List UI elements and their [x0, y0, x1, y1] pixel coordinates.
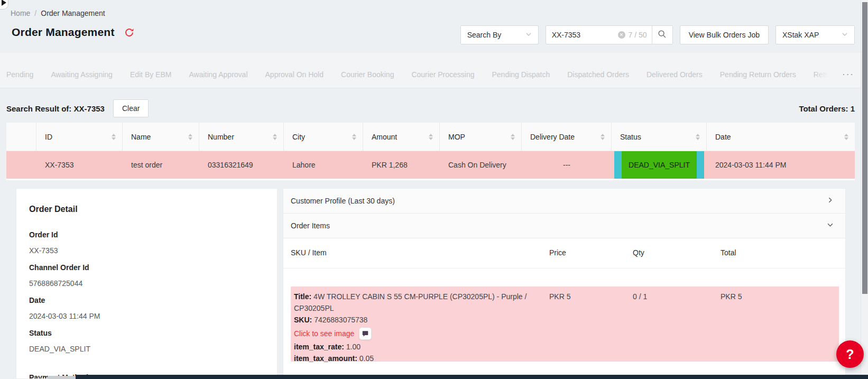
search-by-label: Search By — [467, 31, 502, 39]
breadcrumb-current: Order Management — [41, 9, 105, 17]
chevron-down-icon — [827, 221, 834, 230]
workspace-select[interactable]: XStak XAP — [775, 25, 855, 44]
scrollbar-thumb[interactable] — [862, 2, 867, 294]
sort-icon[interactable] — [112, 134, 117, 140]
tab-pending-return-orders[interactable]: Pending Return Orders — [720, 70, 796, 79]
item-qty: 0 / 1 — [633, 291, 647, 302]
chevron-right-icon — [827, 197, 834, 205]
workspace-label: XStak XAP — [782, 31, 819, 39]
field-label-channel-order-id: Channel Order Id — [29, 262, 264, 273]
search-by-select[interactable]: Search By — [460, 25, 539, 44]
items-col-price: Price — [549, 248, 566, 257]
search-result-bar: Search Result of: XX-7353 Clear Total Or… — [6, 98, 855, 118]
items-col-qty: Qty — [633, 248, 644, 257]
clear-search-button[interactable]: Clear — [113, 99, 149, 117]
search-input-box: ✕ 7 / 50 — [546, 25, 652, 44]
sort-icon[interactable] — [273, 134, 278, 140]
status-badge: DEAD_VIA_SPLIT — [614, 151, 704, 179]
items-col-sku: SKU / Item — [291, 248, 327, 257]
tab-awaiting-approval[interactable]: Awaiting Approval — [189, 70, 247, 79]
tab-courier-booking[interactable]: Courier Booking — [341, 70, 394, 79]
order-management-page: Home/Order Management Order Management S… — [0, 0, 868, 379]
item-title: Title: 4W TROLLEY CABIN S 55 CM-PURPLE (… — [294, 291, 533, 314]
row-cell-name: test order — [123, 151, 199, 179]
drawer-handle[interactable] — [0, 0, 8, 10]
header-cell-status[interactable]: Status — [612, 123, 707, 151]
breadcrumb-home[interactable]: Home — [11, 9, 30, 17]
tab-approval-on-hold[interactable]: Approval On Hold — [265, 70, 324, 79]
tab-returned-orders[interactable]: Returned Orders — [814, 70, 828, 79]
order-items-title: Order Items — [291, 221, 330, 230]
header-cell-city[interactable]: City — [284, 123, 363, 151]
tab-edit-by-ebm[interactable]: Edit By EBM — [130, 70, 172, 79]
search-icon — [658, 30, 667, 40]
chevron-down-icon — [525, 31, 532, 39]
char-counter: 7 / 50 — [629, 31, 647, 39]
chevron-down-icon — [842, 31, 848, 39]
header-cell-number[interactable]: Number — [199, 123, 284, 151]
order-row[interactable]: XX-7353 test order 03316321649 Lahore PK… — [6, 151, 855, 179]
item-tax-amount: item_tax_amount: 0.05 — [294, 353, 839, 364]
tab-pending-dispatch[interactable]: Pending Dispatch — [492, 70, 550, 79]
row-cell-empty — [6, 151, 36, 179]
total-orders-count: Total Orders: 1 — [799, 104, 855, 113]
sort-icon[interactable] — [601, 134, 606, 140]
field-value-status: DEAD_VIA_SPLIT — [29, 343, 264, 355]
tab-delivered-orders[interactable]: Delivered Orders — [647, 70, 703, 79]
sort-icon[interactable] — [352, 134, 357, 140]
bottom-bar-gray-segment — [48, 376, 76, 379]
order-items-table-header: SKU / Item Price Qty Total — [283, 238, 845, 269]
tab-awaiting-assigning[interactable]: Awaiting Assigning — [51, 70, 112, 79]
tab-pending[interactable]: Pending — [6, 70, 33, 79]
status-tabs-bar: Pending Awaiting Assigning Edit By EBM A… — [0, 53, 861, 88]
sort-icon[interactable] — [429, 134, 434, 140]
header-cell-name[interactable]: Name — [123, 123, 199, 151]
orders-table-header: ID Name Number City Amount MOP — [6, 123, 855, 151]
header-cell-date[interactable]: Date — [707, 123, 855, 151]
sort-icon[interactable] — [844, 134, 849, 140]
sort-icon[interactable] — [696, 134, 701, 140]
field-value-channel-order-id: 5768868725044 — [29, 278, 264, 289]
field-value-order-id: XX-7353 — [29, 245, 264, 256]
customer-profile-section[interactable]: Customer Profile (Last 30 days) — [283, 189, 845, 214]
vertical-scrollbar[interactable] — [861, 0, 868, 379]
order-items-section[interactable]: Order Items — [283, 214, 845, 238]
header-cell-id[interactable]: ID — [36, 123, 123, 151]
item-image-row: Click to see image — [294, 327, 839, 340]
tab-dispatched-orders[interactable]: Dispatched Orders — [567, 70, 629, 79]
field-value-date: 2024-03-03 11:44 PM — [29, 310, 264, 322]
breadcrumb-separator: / — [34, 9, 36, 17]
expand-arrow-icon — [2, 0, 7, 8]
item-total: PKR 5 — [721, 291, 742, 302]
help-button[interactable]: ? — [836, 340, 864, 368]
row-cell-date: 2024-03-03 11:44 PM — [707, 151, 855, 179]
sort-icon[interactable] — [511, 134, 516, 140]
order-item-row: Title: 4W TROLLEY CABIN S 55 CM-PURPLE (… — [291, 286, 839, 362]
page-header: Order Management — [12, 26, 134, 39]
tab-courier-processing[interactable]: Courier Processing — [411, 70, 474, 79]
row-cell-mop: Cash On Delivery — [440, 151, 522, 179]
row-cell-number: 03316321649 — [199, 151, 284, 179]
bottom-bar — [76, 375, 868, 379]
click-to-see-image-link[interactable]: Click to see image — [294, 329, 354, 338]
refresh-icon[interactable] — [124, 27, 134, 38]
row-cell-id: XX-7353 — [36, 151, 123, 179]
order-detail-title: Order Detail — [29, 204, 264, 215]
header-cell-amount[interactable]: Amount — [363, 123, 440, 151]
search-result-label: Search Result of: XX-7353 — [6, 104, 105, 113]
search-button[interactable] — [652, 25, 673, 44]
row-cell-status: DEAD_VIA_SPLIT — [612, 151, 707, 179]
row-cell-amount: PKR 1,268 — [363, 151, 440, 179]
header-cell-delivery-date[interactable]: Delivery Date — [522, 123, 612, 151]
comment-icon[interactable] — [359, 327, 372, 340]
header-cell-empty — [6, 123, 36, 151]
clear-input-icon[interactable]: ✕ — [618, 31, 625, 39]
view-bulk-orders-button[interactable]: View Bulk Orders Job — [680, 25, 769, 44]
row-cell-delivery-date: --- — [522, 151, 612, 179]
item-tax-rate: item_tax_rate: 1.00 — [294, 341, 839, 353]
tabs-overflow-icon[interactable]: ··· — [842, 69, 854, 80]
sort-icon[interactable] — [188, 134, 193, 140]
search-input[interactable] — [551, 30, 617, 40]
header-cell-mop[interactable]: MOP — [440, 123, 522, 151]
customer-profile-title: Customer Profile (Last 30 days) — [291, 197, 395, 205]
